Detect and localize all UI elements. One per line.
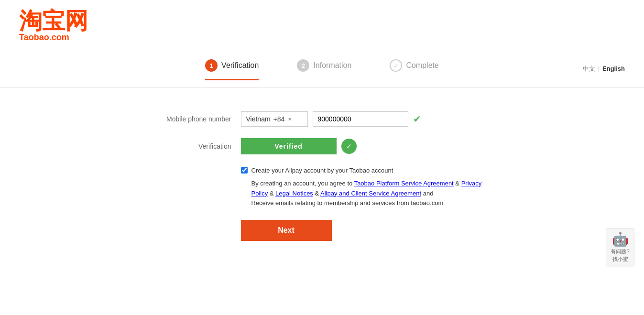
phone-label: Mobile phone number xyxy=(155,115,241,123)
lang-en[interactable]: English xyxy=(602,65,625,72)
legal-notices-link[interactable]: Legal Notices xyxy=(275,190,313,197)
lang-zh[interactable]: 中文 xyxy=(583,65,595,73)
helper-text: 有问题?找小蜜 xyxy=(610,248,630,263)
agreement-checkbox-row: Create your Alipay account by your Taoba… xyxy=(241,166,490,176)
agreement-amp3: & xyxy=(313,190,320,197)
agreement-links-line: By creating an account, you agree to Tao… xyxy=(251,179,490,199)
steps-container: 1 Verification 2 Information ✓ Complete xyxy=(205,52,439,87)
verification-row: Verification Verified ✓ xyxy=(155,138,490,154)
logo-text: 淘宝网 xyxy=(19,10,625,33)
alipay-checkbox[interactable] xyxy=(241,167,248,174)
agreement-amp1: & xyxy=(454,180,461,187)
lang-divider: | xyxy=(598,65,600,72)
lang-switcher: 中文 | English xyxy=(583,65,625,73)
helper-widget[interactable]: 🤖 有问题?找小蜜 xyxy=(606,228,634,265)
verification-label: Verification xyxy=(155,142,241,150)
step-check-complete: ✓ xyxy=(390,59,402,72)
agreement-amp2: & xyxy=(268,190,275,197)
step-num-2: 2 xyxy=(297,59,309,72)
agreement-email-line: Receive emails relating to membership an… xyxy=(251,198,490,208)
phone-verified-icon: ✔ xyxy=(413,113,421,125)
agreement-suffix: and xyxy=(421,190,433,197)
nav-steps: 1 Verification 2 Information ✓ Complete … xyxy=(0,52,644,87)
alipay-checkbox-label: Create your Alipay account by your Taoba… xyxy=(251,166,393,176)
header: 淘宝网 Taobao.com xyxy=(0,0,644,52)
chevron-down-icon: ▼ xyxy=(287,117,292,122)
step-label-verification: Verification xyxy=(221,61,259,70)
form-container: Mobile phone number Vietnam +84 ▼ ✔ Veri… xyxy=(155,111,490,241)
country-name: Vietnam xyxy=(246,115,271,123)
step-complete[interactable]: ✓ Complete xyxy=(390,59,438,80)
taobao-service-link[interactable]: Taobao Platform Service Agreement xyxy=(354,180,454,187)
phone-row: Mobile phone number Vietnam +84 ▼ ✔ xyxy=(155,111,490,127)
verification-field: Verified ✓ xyxy=(241,138,357,154)
helper-icon: 🤖 xyxy=(610,233,630,246)
main-content: Mobile phone number Vietnam +84 ▼ ✔ Veri… xyxy=(0,87,644,265)
verify-check-button[interactable]: ✓ xyxy=(341,139,357,154)
step-verification[interactable]: 1 Verification xyxy=(205,59,259,80)
step-information[interactable]: 2 Information xyxy=(297,59,351,80)
alipay-service-link[interactable]: Alipay and Client Service Agreement xyxy=(320,190,421,197)
step-label-complete: Complete xyxy=(406,61,438,70)
agreement-prefix: By creating an account, you agree to xyxy=(251,180,354,187)
country-selector[interactable]: Vietnam +84 ▼ xyxy=(241,111,308,127)
phone-input[interactable] xyxy=(313,111,408,127)
next-button[interactable]: Next xyxy=(241,220,332,241)
step-num-1: 1 xyxy=(205,59,218,72)
step-label-information: Information xyxy=(313,61,351,70)
phone-field: Vietnam +84 ▼ ✔ xyxy=(241,111,421,127)
agreement-section: Create your Alipay account by your Taoba… xyxy=(241,166,490,208)
country-code: +84 xyxy=(273,115,285,123)
logo-sub: Taobao.com xyxy=(19,33,625,43)
verified-button[interactable]: Verified xyxy=(241,138,337,154)
